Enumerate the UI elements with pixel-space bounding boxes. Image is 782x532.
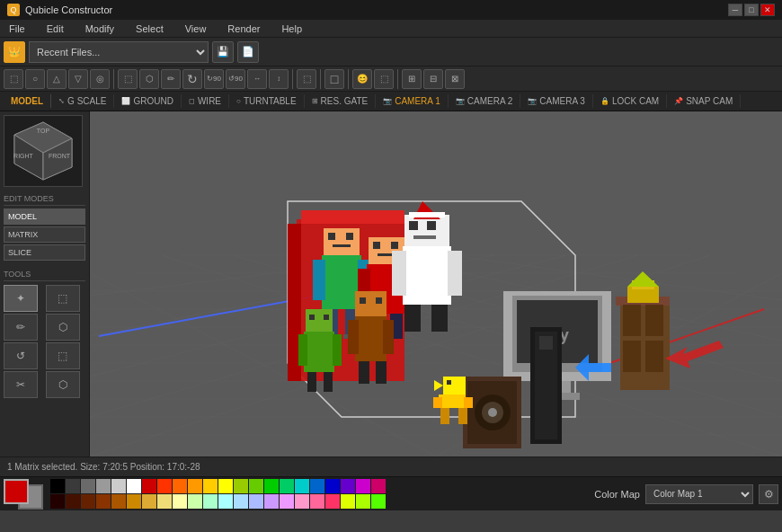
tool-erase[interactable]: ⬡ [46, 314, 80, 341]
tool-box-select[interactable]: ⬚ [46, 285, 80, 312]
tool-pencil-draw[interactable]: ✏ [4, 314, 38, 341]
swatch-r17[interactable] [295, 494, 309, 509]
new-file-button[interactable]: 📄 [237, 41, 259, 63]
menu-modify[interactable]: Modify [82, 22, 118, 36]
colormap-settings-button[interactable]: ⚙ [759, 484, 778, 504]
menu-edit[interactable]: Edit [43, 22, 67, 36]
menu-render[interactable]: Render [224, 22, 263, 36]
swatch-magenta[interactable] [356, 479, 370, 493]
view-camera2[interactable]: 📷 CAMERA 2 [449, 94, 521, 108]
mode-model[interactable]: MODEL [4, 208, 85, 225]
tool-pencil[interactable]: ✏ [161, 69, 181, 89]
tool-cylinder[interactable]: ◎ [90, 69, 110, 89]
recent-files-dropdown[interactable]: Recent Files... [29, 41, 209, 63]
tool-rotate-90[interactable]: ↻90 [204, 69, 224, 89]
view-camera1[interactable]: 📷 CAMERA 1 [376, 94, 449, 108]
view-camera3[interactable]: 📷 CAMERA 3 [520, 94, 593, 108]
swatch-r2[interactable] [66, 494, 80, 509]
swatch-r13[interactable] [234, 494, 248, 509]
swatch-yellow-green[interactable] [234, 479, 248, 493]
swatch-blue[interactable] [325, 479, 340, 493]
swatch-darkgray[interactable] [66, 479, 80, 493]
view-res-gate[interactable]: ⊞ RES. GATE [305, 94, 377, 108]
tool-flip-h[interactable]: ↔ [247, 69, 267, 89]
tool-flip-v[interactable]: ↕ [269, 69, 289, 89]
swatch-r4[interactable] [96, 494, 111, 509]
menu-view[interactable]: View [182, 22, 210, 36]
swatch-r7[interactable] [142, 494, 156, 509]
swatch-r16[interactable] [280, 494, 294, 509]
tool-eyedrop[interactable]: ⬡ [46, 371, 80, 398]
swatch-lightgray[interactable] [96, 479, 111, 493]
swatch-r22[interactable] [371, 494, 386, 509]
viewport[interactable]: cony [90, 111, 782, 457]
tool-rotate-90b[interactable]: ↺90 [226, 69, 245, 89]
swatch-red[interactable] [142, 479, 156, 493]
swatch-r20[interactable] [341, 494, 355, 509]
tool-draw[interactable]: ⬚ [118, 69, 138, 89]
swatch-r18[interactable] [310, 494, 324, 509]
tool-cut[interactable]: ✂ [4, 371, 38, 398]
tool-grid3[interactable]: ⊠ [445, 69, 465, 89]
swatch-black[interactable] [50, 479, 65, 493]
swatch-r8[interactable] [157, 494, 172, 509]
tool-grid1[interactable]: ⊞ [402, 69, 422, 89]
view-lock-cam[interactable]: 🔒 LOCK CAM [593, 94, 667, 108]
swatch-r9[interactable] [173, 494, 187, 509]
swatch-gold[interactable] [203, 479, 218, 493]
tool-box3d[interactable]: ⬚ [374, 69, 394, 89]
swatch-redorange[interactable] [157, 479, 172, 493]
maximize-button[interactable]: □ [744, 4, 759, 16]
swatch-r12[interactable] [218, 494, 233, 509]
swatch-r15[interactable] [264, 494, 279, 509]
tool-triangle2[interactable]: ▽ [68, 69, 88, 89]
tool-grid2[interactable]: ⊟ [423, 69, 443, 89]
swatch-r1[interactable] [50, 494, 65, 509]
mode-matrix[interactable]: MATRIX [4, 226, 85, 243]
primary-color-swatch[interactable] [4, 479, 29, 504]
tool-select-circle[interactable]: ○ [25, 69, 45, 89]
tool-matrix[interactable]: □ [324, 69, 344, 89]
tool-select2[interactable]: ⬡ [139, 69, 159, 89]
view-turntable[interactable]: ○ TURNTABLE [229, 94, 305, 108]
colormap-dropdown[interactable]: Color Map 1 Color Map 2 Color Map 3 [645, 484, 753, 504]
swatch-white[interactable] [127, 479, 141, 493]
swatch-amber[interactable] [188, 479, 202, 493]
swatch-cyan[interactable] [295, 479, 309, 493]
minimize-button[interactable]: ─ [728, 4, 742, 16]
swatch-indigo[interactable] [341, 479, 355, 493]
swatch-r3[interactable] [81, 494, 95, 509]
tool-rotate-cw[interactable]: ↻ [182, 69, 202, 89]
view-ground[interactable]: ⬜ GROUND [114, 94, 181, 108]
swatch-green[interactable] [264, 479, 279, 493]
save-button[interactable]: 💾 [212, 41, 234, 63]
swatch-yellow[interactable] [218, 479, 233, 493]
view-snap-cam[interactable]: 📌 SNAP CAM [667, 94, 741, 108]
view-wire[interactable]: ◻ WIRE [182, 94, 229, 108]
menu-help[interactable]: Help [278, 22, 306, 36]
select-tool-icon[interactable]: 👑 [4, 41, 25, 63]
swatch-silver[interactable] [111, 479, 126, 493]
tool-move[interactable]: ⬚ [297, 69, 316, 89]
mode-slice[interactable]: SLICE [4, 244, 85, 261]
tool-select[interactable]: ✦ [4, 285, 38, 312]
tool-paint[interactable]: ↺ [4, 342, 38, 369]
menu-select[interactable]: Select [132, 22, 167, 36]
swatch-r10[interactable] [188, 494, 202, 509]
swatch-r6[interactable] [127, 494, 141, 509]
view-scale[interactable]: ⤡ G SCALE [51, 94, 114, 108]
swatch-azure[interactable] [310, 479, 324, 493]
swatch-lime[interactable] [249, 479, 263, 493]
tool-face[interactable]: 😊 [352, 69, 372, 89]
swatch-r11[interactable] [203, 494, 218, 509]
swatch-orange[interactable] [173, 479, 187, 493]
tool-fill[interactable]: ⬚ [46, 342, 80, 369]
close-button[interactable]: ✕ [760, 4, 775, 16]
swatch-spring[interactable] [280, 479, 294, 493]
tool-select-box[interactable]: ⬚ [4, 69, 23, 89]
tool-triangle1[interactable]: △ [47, 69, 67, 89]
orientation-cube[interactable]: TOP RIGHT FRONT [4, 115, 83, 187]
swatch-gray[interactable] [81, 479, 95, 493]
swatch-r14[interactable] [249, 494, 263, 509]
swatch-r19[interactable] [325, 494, 340, 509]
